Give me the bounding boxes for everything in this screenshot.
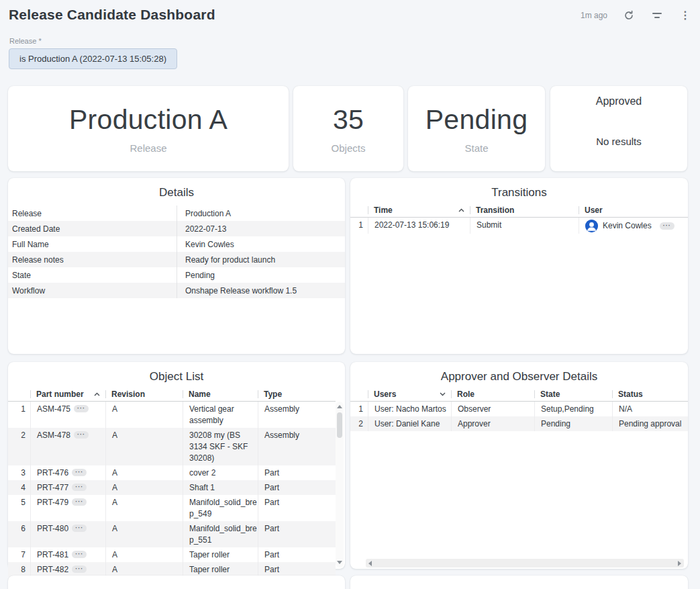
column-header-revision[interactable]: Revision	[105, 388, 183, 401]
release-filter-chip[interactable]: is Production A (2022-07-13 15:05:28)	[9, 48, 177, 69]
page-title: Release Candidate Dashboard	[9, 7, 215, 23]
details-row: Workflow Onshape Release workflow 1.5	[8, 283, 345, 298]
column-header-part-number[interactable]: Part number	[30, 388, 105, 401]
approver-row: 1 User: Nacho Martos Observer Setup,Pend…	[350, 402, 688, 416]
horizontal-scrollbar[interactable]	[366, 559, 684, 568]
details-row: Full Name Kevin Cowles	[8, 236, 345, 252]
part-number-cell: PRT-481···	[30, 547, 105, 562]
approver-table: Users Role State Status 1 User: Nacho Ma…	[350, 388, 688, 431]
scroll-up-icon[interactable]	[337, 405, 342, 408]
transition-action: Submit	[470, 218, 579, 234]
part-number-cell: PRT-479···	[30, 495, 105, 521]
object-row: 7 PRT-481··· A Taper roller Part	[8, 547, 336, 562]
approver-observer-panel-title: Approver and Observer Details	[350, 370, 688, 383]
status-cell: N/A	[612, 402, 688, 416]
more-options-icon[interactable]: ···	[72, 484, 87, 491]
state-cell: Pending	[534, 416, 612, 431]
object-row: 3 PRT-476··· A cover 2 Part	[8, 465, 336, 480]
more-menu-button[interactable]: ⋮	[679, 9, 692, 22]
approver-table-header: Users Role State Status	[350, 388, 688, 402]
details-table: Release Production A Created Date 2022-0…	[8, 206, 345, 298]
more-options-icon[interactable]: ···	[74, 405, 89, 412]
part-number-cell: PRT-477···	[30, 480, 105, 495]
user-cell: User: Daniel Kane	[368, 416, 451, 431]
type-cell: Part	[258, 495, 327, 521]
column-header-transition[interactable]: Transition	[470, 203, 579, 217]
kpi-card-objects: 35 Objects	[293, 86, 403, 171]
row-number: 3	[8, 465, 30, 480]
revision-cell: A	[105, 428, 183, 465]
approved-card-title: Approved	[550, 95, 687, 107]
type-cell: Part	[258, 547, 327, 562]
column-header-type[interactable]: Type	[258, 388, 327, 401]
type-cell: Assembly	[258, 428, 327, 465]
kpi-card-release: Production A Release	[8, 86, 289, 171]
revision-cell: A	[105, 521, 183, 547]
more-options-icon[interactable]: ···	[72, 525, 87, 532]
column-header-role[interactable]: Role	[451, 388, 534, 401]
more-options-icon[interactable]: ···	[72, 551, 87, 558]
details-value: Onshape Release workflow 1.5	[177, 283, 345, 298]
kpi-release-label: Release	[130, 142, 166, 154]
name-cell: Vertical gear assembly	[183, 402, 258, 428]
user-cell: User: Nacho Martos	[368, 402, 451, 416]
column-header-user[interactable]: User	[579, 203, 688, 217]
object-list-table-header: Part number Revision Name Type	[8, 388, 336, 402]
refresh-button[interactable]	[622, 9, 636, 22]
transitions-panel: Transitions Time Transition User 1	[350, 178, 688, 354]
scroll-left-icon[interactable]	[368, 561, 372, 566]
object-row: 4 PRT-477··· A Shaft 1 Part	[8, 480, 336, 495]
more-options-icon[interactable]: ···	[72, 565, 87, 573]
filter-button[interactable]	[650, 9, 664, 22]
name-cell: Shaft 1	[183, 480, 258, 495]
type-cell: Assembly	[258, 402, 327, 428]
name-cell: Manifold_solid_brep_549	[183, 495, 258, 521]
kpi-state-value: Pending	[426, 104, 528, 136]
sort-asc-icon	[458, 208, 464, 212]
more-options-icon[interactable]: ···	[74, 431, 89, 439]
dashboard: Release Candidate Dashboard 1m ago ⋮ Rel…	[0, 0, 700, 589]
column-header-time[interactable]: Time	[368, 203, 470, 217]
revision-cell: A	[105, 480, 183, 495]
kpi-card-approved: Approved No results	[550, 86, 687, 171]
transitions-panel-title: Transitions	[350, 186, 688, 199]
column-header-state[interactable]: State	[534, 388, 612, 401]
refresh-icon	[623, 10, 634, 21]
kpi-objects-value: 35	[333, 104, 364, 136]
object-list-panel-title: Object List	[8, 370, 345, 383]
scroll-right-icon[interactable]	[678, 561, 681, 566]
object-list-table: Part number Revision Name Type 1 ASM-475…	[8, 388, 336, 589]
kpi-card-state: Pending State	[408, 86, 545, 171]
part-number-cell: PRT-482···	[30, 562, 105, 577]
part-number-cell: PRT-480···	[30, 521, 105, 547]
details-row: State Pending	[8, 267, 345, 283]
column-header-users[interactable]: Users	[368, 388, 451, 401]
details-value: Kevin Cowles	[177, 236, 345, 252]
part-number-cell: PRT-476···	[30, 465, 105, 480]
row-number: 8	[8, 562, 30, 577]
row-number: 7	[8, 547, 30, 562]
name-cell: Taper roller	[183, 547, 258, 562]
more-options-icon[interactable]: ···	[72, 469, 87, 476]
revision-cell: A	[105, 562, 183, 577]
release-filter-chip-text: is Production A (2022-07-13 15:05:28)	[19, 54, 166, 64]
scrollbar-thumb[interactable]	[337, 412, 342, 438]
vertical-scrollbar[interactable]	[336, 402, 344, 568]
more-options-icon[interactable]: ···	[660, 222, 674, 230]
more-options-icon[interactable]: ···	[72, 498, 87, 506]
next-panel-right	[350, 576, 688, 589]
scroll-down-icon[interactable]	[337, 561, 342, 564]
details-panel-title: Details	[8, 186, 345, 199]
column-header-name[interactable]: Name	[183, 388, 258, 401]
details-key: State	[8, 271, 177, 280]
part-number-cell: ASM-478···	[30, 428, 105, 465]
kpi-state-label: State	[464, 142, 488, 154]
name-cell: 30208 my (BS 3134 SKF - SKF 30208)	[183, 428, 258, 465]
object-row: 2 ASM-478··· A 30208 my (BS 3134 SKF - S…	[8, 428, 336, 465]
object-row: 6 PRT-480··· A Manifold_solid_brep_551 P…	[8, 521, 336, 547]
details-panel: Details Release Production A Created Dat…	[8, 178, 345, 354]
row-number: 6	[8, 521, 30, 547]
row-number: 4	[8, 480, 30, 495]
column-header-status[interactable]: Status	[612, 388, 688, 401]
details-row: Release notes Ready for product launch	[8, 252, 345, 267]
